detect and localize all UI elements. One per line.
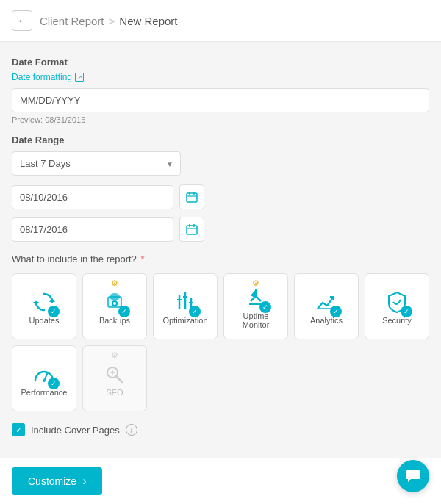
seo-icon bbox=[102, 361, 127, 386]
security-check: ✓ bbox=[401, 306, 412, 317]
backups-gear-icon: ⚙ bbox=[111, 278, 118, 288]
analytics-check: ✓ bbox=[330, 306, 342, 317]
seo-label: SEO bbox=[106, 388, 123, 397]
card-optimization[interactable]: ✓ Optimization bbox=[153, 273, 218, 339]
card-uptime-monitor[interactable]: ⚙ ✓ UptimeMonitor bbox=[223, 273, 288, 339]
performance-check: ✓ bbox=[48, 378, 60, 389]
start-date-input[interactable] bbox=[12, 185, 173, 209]
svg-line-27 bbox=[116, 376, 122, 382]
cards-grid: ✓ Updates ⚙ ✓ Backups bbox=[12, 273, 429, 411]
end-date-input[interactable] bbox=[12, 217, 173, 242]
date-formatting-link[interactable]: Date formatting ↗ bbox=[12, 72, 429, 82]
date-format-preview: Preview: 08/31/2016 bbox=[12, 115, 429, 124]
end-date-row bbox=[12, 217, 429, 242]
cover-pages-label: Include Cover Pages bbox=[31, 425, 120, 436]
breadcrumb-separator: > bbox=[109, 15, 115, 27]
end-date-calendar-button[interactable] bbox=[179, 217, 204, 242]
performance-label: Performance bbox=[21, 388, 68, 397]
cover-pages-checkbox[interactable]: ✓ bbox=[12, 423, 25, 436]
updates-check: ✓ bbox=[48, 306, 60, 317]
customize-button[interactable]: Customize › bbox=[12, 467, 102, 495]
card-updates[interactable]: ✓ Updates bbox=[12, 273, 76, 339]
card-analytics[interactable]: ✓ Analytics bbox=[294, 273, 359, 339]
svg-point-13 bbox=[113, 302, 116, 305]
svg-point-25 bbox=[43, 379, 46, 382]
breadcrumb-parent: Client Report bbox=[40, 15, 104, 27]
date-format-section: Date Format Date formatting ↗ Preview: 0… bbox=[12, 57, 429, 124]
cover-pages-row: ✓ Include Cover Pages i bbox=[12, 423, 429, 436]
card-security[interactable]: ✓ Security bbox=[365, 273, 429, 339]
optimization-icon-wrap: ✓ bbox=[173, 289, 198, 314]
bottom-bar: Customize › bbox=[0, 458, 441, 504]
performance-icon-wrap: ✓ bbox=[32, 361, 57, 386]
date-format-label: Date Format bbox=[12, 57, 429, 68]
uptime-label: UptimeMonitor bbox=[243, 312, 270, 329]
info-icon[interactable]: i bbox=[126, 424, 137, 436]
svg-marker-8 bbox=[49, 298, 55, 302]
include-section: What to include in the report? * ✓ Updat… bbox=[12, 253, 429, 436]
required-marker: * bbox=[140, 253, 144, 264]
main-content: Date Format Date formatting ↗ Preview: 0… bbox=[0, 42, 441, 504]
back-button[interactable]: ← bbox=[12, 10, 32, 31]
optimization-check: ✓ bbox=[189, 306, 201, 317]
breadcrumb: Client Report > New Report bbox=[40, 15, 178, 27]
customize-label: Customize bbox=[28, 475, 76, 487]
breadcrumb-current: New Report bbox=[119, 15, 177, 27]
seo-gear-icon: ⚙ bbox=[111, 350, 118, 360]
date-range-label: Date Range bbox=[12, 134, 429, 145]
calendar-icon bbox=[186, 191, 198, 203]
svg-rect-0 bbox=[187, 193, 197, 202]
date-format-input[interactable] bbox=[12, 88, 429, 112]
header: ← Client Report > New Report bbox=[0, 0, 441, 42]
svg-point-11 bbox=[110, 293, 120, 300]
start-date-calendar-button[interactable] bbox=[179, 184, 204, 209]
security-icon-wrap: ✓ bbox=[384, 289, 409, 314]
analytics-label: Analytics bbox=[310, 316, 343, 325]
backups-check: ✓ bbox=[118, 306, 130, 317]
svg-rect-4 bbox=[187, 226, 197, 234]
svg-marker-9 bbox=[33, 302, 39, 306]
uptime-check: ✓ bbox=[259, 301, 271, 313]
date-range-select[interactable]: Last 7 Days Last 30 Days Last 90 Days Cu… bbox=[12, 151, 181, 176]
updates-icon-wrap: ✓ bbox=[32, 289, 57, 314]
chat-icon bbox=[405, 468, 421, 484]
date-range-select-wrapper: Last 7 Days Last 30 Days Last 90 Days Cu… bbox=[12, 151, 181, 176]
external-link-icon: ↗ bbox=[75, 73, 84, 82]
arrow-icon: › bbox=[82, 475, 86, 488]
start-date-row bbox=[12, 184, 429, 209]
backups-icon-wrap: ✓ bbox=[102, 289, 127, 314]
card-performance[interactable]: ✓ Performance bbox=[12, 345, 76, 411]
date-range-section: Date Range Last 7 Days Last 30 Days Last… bbox=[12, 134, 429, 242]
analytics-icon-wrap: ✓ bbox=[314, 289, 339, 314]
chat-fab-button[interactable] bbox=[397, 460, 429, 492]
card-seo[interactable]: ⚙ SEO bbox=[82, 345, 147, 411]
include-label: What to include in the report? * bbox=[12, 253, 429, 264]
calendar-icon bbox=[186, 223, 198, 235]
seo-icon-wrap bbox=[102, 361, 127, 386]
optimization-label: Optimization bbox=[162, 316, 207, 325]
uptime-icon-wrap: ✓ bbox=[243, 285, 268, 310]
card-backups[interactable]: ⚙ ✓ Backups bbox=[82, 273, 147, 339]
